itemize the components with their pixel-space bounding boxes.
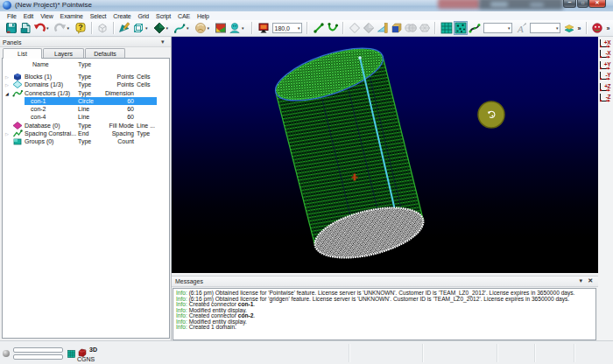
menu-select[interactable]: Select (87, 13, 110, 19)
rotation-angle-combo[interactable]: 180,0▾ (272, 23, 302, 33)
messages-close-icon[interactable]: ✕ (588, 277, 593, 284)
maximize-button[interactable]: □ (577, 0, 588, 8)
entity-type: Type (78, 74, 91, 80)
combo-dropdown-icon[interactable]: ▾ (556, 25, 559, 31)
examine-colors-icon[interactable] (215, 22, 227, 34)
menu-grid[interactable]: Grid (134, 13, 152, 19)
menu-cae[interactable]: CAE (174, 13, 194, 19)
messages-panel: Messages ▾ ✕ Info: (6:16 pm) Obtained li… (172, 273, 598, 340)
connector-dimension-icon[interactable] (469, 22, 481, 34)
curve-2pt-icon[interactable] (327, 22, 339, 34)
menu-examine[interactable]: Examine (57, 13, 87, 19)
spacing-combo[interactable]: ▾ (530, 23, 560, 33)
tree-row-con-4[interactable]: con-4Line60 (3, 113, 169, 121)
toolbar-dropdown-icon[interactable]: ▾ (166, 22, 173, 34)
messages-log[interactable]: Info: (6:16 pm) Obtained license for 'Po… (173, 288, 596, 340)
view-minus-y-button[interactable]: -Y (599, 71, 610, 80)
diamond-outline-gray-icon[interactable] (349, 22, 361, 34)
log-text: . (253, 301, 255, 307)
view-minus-x-button[interactable]: -X (599, 49, 610, 59)
tree-row-domains-1-3-[interactable]: ▷Domains (1/3)TypePointsCells (3, 80, 169, 88)
close-button[interactable]: ✕ (588, 0, 606, 8)
display-icon[interactable] (257, 22, 270, 34)
toolbar-dropdown-icon[interactable]: ▾ (145, 22, 151, 34)
undo-icon[interactable] (33, 22, 46, 34)
help-bubble-icon[interactable]: ? (74, 22, 87, 34)
toolbar-dropdown-icon[interactable]: ▾ (208, 22, 214, 34)
red-mask-icon[interactable] (591, 22, 603, 34)
minimize-button[interactable]: – (563, 0, 576, 8)
tree-row-spacing-constrai-[interactable]: ▷Spacing Constrai...EndSpacingType (3, 130, 169, 137)
entity-type: Line (78, 106, 89, 112)
tree-row-connectors-1-3-[interactable]: ◢Connectors (1/3)TypeDimension (3, 89, 169, 97)
toolbar-overflow-2[interactable]: » (606, 25, 609, 32)
view-plus-x-button[interactable]: +X (599, 38, 610, 48)
column-header-name[interactable]: Name (32, 61, 49, 67)
unstructured-grid-icon[interactable] (454, 22, 467, 34)
block-gold-icon[interactable] (391, 22, 403, 34)
expand-arrow-icon[interactable]: ▷ (5, 131, 11, 136)
desktop-bleed-blob (530, 3, 544, 7)
spline-icon[interactable] (173, 22, 186, 34)
log-line: Info: Created 1 domain. (176, 325, 595, 331)
view-plus-y-button[interactable]: +Y (599, 60, 610, 70)
paint-wedge-icon[interactable] (118, 22, 130, 34)
expand-arrow-icon[interactable]: ▷ (5, 74, 11, 80)
layers-stack-icon[interactable] (563, 22, 575, 34)
tree-row-database-0-[interactable]: Database (0)TypeFill ModeLine ... (3, 122, 169, 130)
angle-tool-icon[interactable]: A (515, 22, 527, 34)
mesh-gray-icon[interactable] (405, 22, 417, 34)
toolbar-dropdown-icon[interactable]: ▾ (242, 22, 248, 34)
tree-row-con-1[interactable]: con-1Circle60 (3, 97, 169, 105)
view-plus-z-button[interactable]: +Z (599, 82, 610, 92)
combo-dropdown-icon[interactable]: ▾ (298, 25, 300, 31)
close-icon: ✕ (589, 0, 605, 6)
collapse-arrow-icon[interactable]: ◢ (5, 91, 11, 96)
wedge-gold-icon[interactable] (377, 22, 389, 34)
axis-label: -Z (606, 94, 610, 100)
line-2pt-icon[interactable] (313, 22, 325, 34)
entity-value-1: 60 (101, 106, 134, 112)
menu-view[interactable]: View (37, 13, 56, 19)
combo-dropdown-icon[interactable]: ▾ (508, 25, 511, 31)
column-header-type[interactable]: Type (78, 61, 91, 67)
toolbar-dropdown-icon[interactable]: ▾ (187, 22, 193, 34)
entity-name: con-2 (31, 106, 46, 112)
gold-ball-icon[interactable] (194, 22, 207, 34)
cyan-mask-icon[interactable] (229, 22, 241, 34)
toolbar-dropdown-icon[interactable]: ▾ (67, 22, 74, 34)
entity-name: Database (0) (25, 122, 60, 129)
tree-row-groups-0-[interactable]: Groups (0)TypeCount (3, 137, 169, 145)
tree-row-blocks-1-[interactable]: ▷Blocks (1)TypePointsCells (3, 73, 169, 80)
display-viewport-3d[interactable] (172, 37, 598, 273)
menu-help[interactable]: Help (194, 13, 213, 19)
view-minus-z-button[interactable]: -Z (599, 93, 610, 102)
save-icon[interactable] (5, 22, 18, 34)
expand-arrow-icon[interactable]: ▷ (5, 82, 11, 88)
entity-type: Type (78, 81, 91, 88)
menu-file[interactable]: File (0, 13, 20, 19)
title-bar[interactable]: (New Project)* Pointwise – □ ✕ (0, 0, 613, 11)
green-diamond-icon[interactable] (153, 22, 166, 34)
tree-row-con-2[interactable]: con-2Line60 (3, 105, 169, 113)
menu-create[interactable]: Create (109, 13, 134, 19)
tab-defaults[interactable]: Defaults (85, 48, 125, 58)
redo-icon[interactable] (54, 22, 67, 34)
panel-float-icon[interactable]: ▾ (161, 38, 167, 45)
mesh-gray2-icon[interactable] (419, 22, 431, 34)
wireframe-cube-icon[interactable] (132, 22, 144, 34)
toolbar-overflow-1[interactable]: » (578, 25, 581, 32)
messages-header[interactable]: Messages (172, 276, 598, 287)
menu-edit[interactable]: Edit (20, 13, 37, 19)
prism-icon[interactable] (96, 22, 109, 34)
tab-list[interactable]: List (3, 48, 42, 59)
log-info-prefix: Info: (176, 324, 187, 330)
messages-float-icon[interactable]: ▾ (579, 277, 582, 284)
structured-grid-icon[interactable] (440, 22, 453, 34)
tab-layers[interactable]: Layers (43, 48, 84, 58)
toolbar-dropdown-icon[interactable]: ▾ (46, 22, 53, 34)
import-icon[interactable] (19, 22, 32, 34)
dimension-combo[interactable]: ▾ (483, 23, 512, 33)
menu-script[interactable]: Script (152, 13, 174, 19)
diamond-gray-icon[interactable] (363, 22, 375, 34)
